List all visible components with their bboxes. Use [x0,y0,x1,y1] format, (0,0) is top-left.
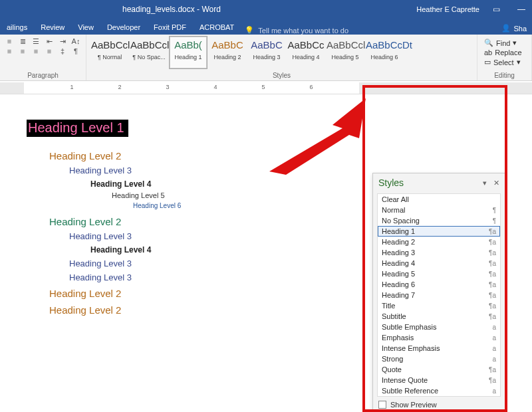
show-preview-checkbox[interactable]: Show Preview [373,399,505,410]
style-tile--normal[interactable]: AaBbCcl¶ Normal [90,36,129,69]
find-label: Find [496,39,510,47]
group-paragraph: ≡ ≣ ☰ ⇤ ⇥ A↕ ≡ ≡ ≡ ≡ ‡ ¶ Paragraph [0,35,86,80]
pane-menu-icon[interactable]: ▾ [483,179,487,187]
tab-mailings[interactable]: ailings [0,21,34,35]
styles-pane-title: Styles [378,177,404,188]
text-heading-2[interactable]: Heading Level 2 [49,150,359,161]
bullets-icon[interactable]: ≡ [4,37,15,46]
style-row-no-spacing[interactable]: No Spacing¶ [378,215,500,226]
indent-inc-icon[interactable]: ⇥ [57,37,68,46]
page[interactable]: Heading Level 1 Heading Level 2 Heading … [0,94,359,320]
lightbulb-icon: 💡 [245,26,254,35]
editing-label: Editing [481,72,527,80]
text-heading-3[interactable]: Heading Level 3 [69,258,359,268]
tell-me-placeholder: Tell me what you want to do [258,27,348,35]
show-preview-label: Show Preview [390,401,437,409]
find-button[interactable]: 🔍Find ▾ [484,39,522,47]
justify-icon[interactable]: ≡ [44,47,55,55]
text-heading-6[interactable]: Heading Level 6 [133,202,359,209]
user-name: Heather E Caprette [416,5,479,13]
styles-list[interactable]: Clear AllNormal¶No Spacing¶Heading 1¶aHe… [377,193,501,397]
tab-developer[interactable]: Developer [100,21,147,35]
paragraph-label: Paragraph [4,72,82,80]
align-left-icon[interactable]: ≡ [4,47,15,55]
style-row-heading-1[interactable]: Heading 1¶a [378,226,500,237]
numbering-icon[interactable]: ≣ [17,37,28,46]
minimize-icon[interactable]: — [513,5,529,14]
style-row-clear-all[interactable]: Clear All [378,194,500,205]
style-row-heading-5[interactable]: Heading 5¶a [378,268,500,279]
text-heading-3[interactable]: Heading Level 3 [69,165,359,175]
style-tile-heading-6[interactable]: AaBbCcDtHeading 6 [365,36,404,69]
style-row-emphasis[interactable]: Emphasisa [378,332,500,343]
document-area[interactable]: Heading Level 1 Heading Level 2 Heading … [0,94,532,412]
pilcrow-icon[interactable]: ¶ [70,47,81,55]
style-row-quote[interactable]: Quote¶a [378,364,500,375]
group-editing: 🔍Find ▾ abReplace ▭Select ▾ Editing [477,35,532,80]
styles-pane: Styles ▾ ✕ Clear AllNormal¶No Spacing¶He… [372,173,505,412]
ribbon: ≡ ≣ ☰ ⇤ ⇥ A↕ ≡ ≡ ≡ ≡ ‡ ¶ Paragraph AaBbC… [0,35,532,81]
replace-icon: ab [484,49,492,56]
style-row-title[interactable]: Title¶a [378,300,500,311]
style-tile-heading-5[interactable]: AaBbCclHeading 5 [326,36,364,69]
chevron-down-icon: ▾ [513,39,517,47]
style-row-heading-6[interactable]: Heading 6¶a [378,279,500,290]
style-row-heading-7[interactable]: Heading 7¶a [378,290,500,300]
style-row-subtitle[interactable]: Subtitle¶a [378,311,500,322]
text-heading-2[interactable]: Heading Level 2 [49,288,359,299]
tell-me-search[interactable]: 💡 Tell me what you want to do [241,26,348,35]
close-icon[interactable]: ✕ [493,179,499,187]
indent-dec-icon[interactable]: ⇤ [44,37,55,46]
style-gallery[interactable]: AaBbCcl¶ NormalAaBbCcl¶ No Spac...AaBb(H… [90,36,404,69]
style-row-subtle-reference[interactable]: Subtle Referencea [378,385,500,396]
sort-icon[interactable]: A↕ [70,37,81,46]
checkbox-icon [378,401,386,409]
paragraph-icons[interactable]: ≡ ≣ ☰ ⇤ ⇥ A↕ ≡ ≡ ≡ ≡ ‡ ¶ [4,36,81,55]
replace-label: Replace [495,49,521,56]
ribbon-tabs: ailings Review View Developer Foxit PDF … [0,19,532,35]
find-icon: 🔍 [484,39,493,47]
select-button[interactable]: ▭Select ▾ [484,58,522,66]
style-row-heading-4[interactable]: Heading 4¶a [378,258,500,268]
share-icon: 👤 [501,24,511,33]
document-title: heading_levels.docx - Word [3,5,416,14]
tab-foxit-pdf[interactable]: Foxit PDF [147,21,193,35]
style-tile-heading-3[interactable]: AaBbCHeading 3 [247,36,286,69]
text-heading-1[interactable]: Heading Level 1 [27,120,128,137]
multilevel-icon[interactable]: ☰ [31,37,41,46]
tab-review[interactable]: Review [34,21,71,35]
replace-button[interactable]: abReplace [484,49,522,56]
horizontal-ruler[interactable]: 123456 [0,82,532,94]
style-row-intense-quote[interactable]: Intense Quote¶a [378,375,500,385]
share-button[interactable]: 👤 Sha [496,22,532,35]
text-heading-4[interactable]: Heading Level 4 [90,245,359,255]
spacing-icon[interactable]: ‡ [57,47,68,55]
style-tile-heading-2[interactable]: AaBbCHeading 2 [208,36,247,69]
tab-acrobat[interactable]: ACROBAT [193,21,241,35]
text-heading-4[interactable]: Heading Level 4 [90,179,359,189]
style-row-subtle-emphasis[interactable]: Subtle Emphasisa [378,322,500,332]
style-row-normal[interactable]: Normal¶ [378,205,500,215]
text-heading-3[interactable]: Heading Level 3 [69,231,359,241]
text-heading-2[interactable]: Heading Level 2 [49,304,359,316]
styles-label: Styles [90,72,473,80]
style-row-heading-2[interactable]: Heading 2¶a [378,237,500,247]
style-tile-heading-1[interactable]: AaBb(Heading 1 [169,36,207,69]
text-heading-5[interactable]: Heading Level 5 [112,191,359,199]
title-bar: heading_levels.docx - Word Heather E Cap… [0,0,532,19]
text-heading-2[interactable]: Heading Level 2 [49,216,359,227]
text-heading-3[interactable]: Heading Level 3 [69,272,359,282]
select-label: Select [493,58,514,66]
align-center-icon[interactable]: ≡ [17,47,28,55]
style-tile--no-spac-[interactable]: AaBbCcl¶ No Spac... [130,36,168,69]
align-right-icon[interactable]: ≡ [31,47,41,55]
tab-view[interactable]: View [71,21,100,35]
group-styles: AaBbCcl¶ NormalAaBbCcl¶ No Spac...AaBb(H… [86,35,477,80]
style-row-strong[interactable]: Stronga [378,354,500,364]
style-tile-heading-4[interactable]: AaBbCcHeading 4 [287,36,325,69]
chevron-down-icon: ▾ [517,58,521,66]
style-row-heading-3[interactable]: Heading 3¶a [378,247,500,258]
share-label: Sha [513,25,527,33]
style-row-intense-emphasis[interactable]: Intense Emphasisa [378,343,500,354]
ribbon-display-icon[interactable]: ▭ [489,5,504,14]
